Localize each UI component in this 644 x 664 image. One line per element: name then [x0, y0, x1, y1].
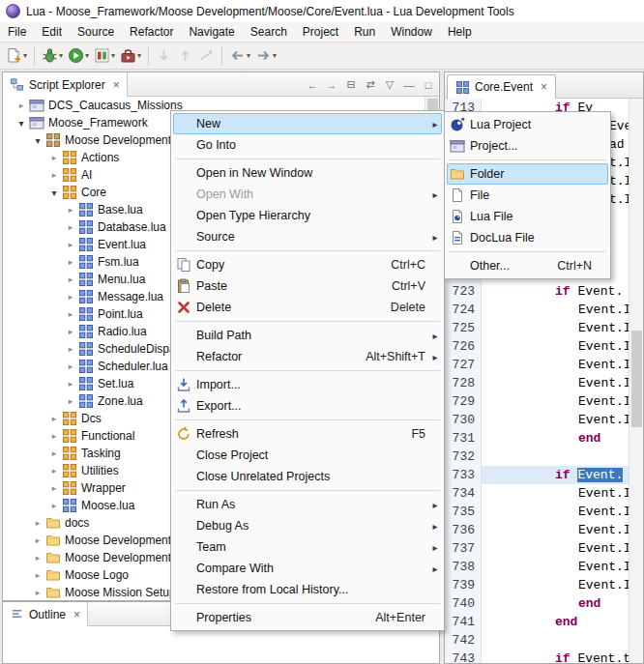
collapse-all-icon[interactable]: ⊟	[342, 76, 360, 94]
menubar-project[interactable]: Project	[295, 22, 346, 42]
tab-core-event[interactable]: Core.Event ×	[447, 74, 556, 99]
code-line-725[interactable]: 725Event.I	[445, 319, 629, 337]
menubar-edit[interactable]: Edit	[34, 22, 70, 42]
collapse-arrow-icon[interactable]: ▸	[64, 240, 77, 249]
view-menu-icon[interactable]: ▽	[381, 76, 398, 94]
code-line-740[interactable]: 740end	[445, 594, 629, 613]
dropdown-caret-icon[interactable]: ▾	[273, 51, 277, 60]
dropdown-caret-icon[interactable]: ▾	[137, 51, 141, 60]
menubar-search[interactable]: Search	[243, 22, 295, 42]
menu-item-export[interactable]: Export...	[173, 395, 442, 417]
menu-item-debug-as[interactable]: Debug As▸	[173, 515, 442, 536]
collapse-arrow-icon[interactable]: ▸	[47, 448, 61, 458]
expand-arrow-icon[interactable]: ▾	[47, 188, 61, 198]
collapse-arrow-icon[interactable]: ▸	[47, 483, 61, 493]
menu-item-open-in-new-window[interactable]: Open in New Window	[173, 162, 442, 184]
code-line-730[interactable]: 730Event.I	[445, 411, 629, 429]
collapse-arrow-icon[interactable]: ▸	[47, 431, 61, 441]
collapse-arrow-icon[interactable]: ▸	[15, 101, 28, 110]
collapse-arrow-icon[interactable]: ▸	[31, 518, 44, 528]
dropdown-caret-icon[interactable]: ▾	[247, 51, 250, 60]
menubar-navigate[interactable]: Navigate	[181, 22, 242, 42]
collapse-arrow-icon[interactable]: ▸	[64, 222, 77, 232]
menubar-refactor[interactable]: Refactor	[122, 22, 181, 42]
menubar-file[interactable]: File	[0, 22, 34, 42]
collapse-arrow-icon[interactable]: ▸	[47, 466, 61, 476]
menu-item-build-path[interactable]: Build Path▸	[173, 325, 442, 346]
menu-item-properties[interactable]: PropertiesAlt+Enter	[173, 607, 442, 628]
scrollbar-thumb[interactable]	[631, 331, 642, 427]
menu-item-open-type-hierarchy[interactable]: Open Type Hierarchy	[173, 205, 442, 226]
collapse-arrow-icon[interactable]: ▸	[31, 588, 44, 597]
run-button[interactable]: ▾	[66, 44, 91, 68]
code-line-724[interactable]: 724Event.I	[445, 301, 629, 319]
debug-button[interactable]: ▾	[40, 44, 65, 68]
menu-item-delete[interactable]: DeleteDelete	[173, 297, 442, 318]
menu-item-open-with[interactable]: Open With▸	[173, 184, 442, 205]
menu-item-file[interactable]: File	[447, 185, 608, 206]
close-icon[interactable]: ×	[73, 608, 80, 621]
external-tools-button[interactable]: ▾	[118, 44, 143, 68]
collapse-arrow-icon[interactable]: ▸	[31, 553, 44, 563]
link-with-editor-icon[interactable]: ⇄	[362, 76, 379, 94]
menu-item-import[interactable]: Import...	[173, 374, 442, 395]
collapse-arrow-icon[interactable]: ▸	[47, 414, 61, 423]
tab-outline[interactable]: Outline ×	[3, 602, 88, 626]
collapse-arrow-icon[interactable]: ▸	[47, 170, 61, 180]
dropdown-caret-icon[interactable]: ▾	[111, 51, 115, 60]
menu-item-lua-file[interactable]: Lua File	[447, 206, 608, 227]
code-line-723[interactable]: 723if Event.	[445, 282, 629, 301]
collapse-arrow-icon[interactable]: ▸	[64, 292, 77, 302]
code-line-736[interactable]: 736Event.I	[445, 521, 629, 539]
collapse-arrow-icon[interactable]: ▸	[64, 344, 77, 354]
collapse-arrow-icon[interactable]: ▸	[64, 327, 77, 336]
expand-arrow-icon[interactable]: ▾	[31, 135, 44, 146]
code-line-729[interactable]: 729Event.I	[445, 392, 629, 411]
collapse-arrow-icon[interactable]: ▸	[31, 535, 44, 545]
collapse-arrow-icon[interactable]: ▸	[64, 396, 77, 406]
menubar-source[interactable]: Source	[70, 22, 122, 42]
forward-icon[interactable]: →	[323, 76, 340, 94]
menubar-run[interactable]: Run	[346, 22, 383, 42]
code-line-739[interactable]: 739Event.I	[445, 576, 629, 594]
menu-item-doclua-file[interactable]: DocLua File	[447, 227, 608, 248]
annotation-prev-button[interactable]	[175, 44, 195, 68]
code-line-731[interactable]: 731end	[445, 429, 629, 447]
menu-item-project[interactable]: Project...	[447, 135, 608, 157]
minimize-icon[interactable]: —	[400, 76, 418, 94]
collapse-arrow-icon[interactable]: ▸	[47, 153, 61, 162]
collapse-arrow-icon[interactable]: ▸	[64, 274, 77, 284]
collapse-arrow-icon[interactable]: ▸	[47, 501, 61, 510]
close-icon[interactable]: ×	[541, 80, 547, 94]
code-line-735[interactable]: 735Event.I	[445, 503, 629, 521]
dropdown-caret-icon[interactable]: ▾	[59, 51, 63, 60]
menu-item-go-into[interactable]: Go Into	[173, 134, 442, 156]
dropdown-caret-icon[interactable]: ▾	[23, 51, 27, 60]
menu-item-compare-with[interactable]: Compare With▸	[173, 558, 442, 579]
dropdown-caret-icon[interactable]: ▾	[85, 51, 89, 60]
collapse-arrow-icon[interactable]: ▸	[64, 379, 77, 389]
menu-item-refactor[interactable]: RefactorAlt+Shift+T▸	[173, 346, 442, 367]
tab-script-explorer[interactable]: Script Explorer ×	[3, 72, 128, 97]
code-line-726[interactable]: 726Event.I	[445, 337, 629, 356]
new-button[interactable]: ▾	[4, 44, 29, 68]
back-button[interactable]: ▾	[227, 44, 252, 68]
menu-item-source[interactable]: Source▸	[173, 226, 442, 247]
code-line-737[interactable]: 737Event.I	[445, 539, 629, 558]
code-line-733[interactable]: 733if Event.	[445, 466, 629, 484]
menu-item-run-as[interactable]: Run As▸	[173, 494, 442, 515]
menu-item-close-project[interactable]: Close Project	[173, 445, 442, 466]
forward-button[interactable]: ▾	[253, 44, 278, 68]
last-edit-location-button[interactable]	[196, 44, 217, 68]
maximize-icon[interactable]: □	[420, 76, 437, 94]
code-line-732[interactable]: 732	[445, 447, 629, 466]
collapse-arrow-icon[interactable]: ▸	[64, 257, 77, 267]
back-icon[interactable]: ←	[304, 76, 321, 94]
code-line-738[interactable]: 738Event.I	[445, 558, 629, 576]
code-line-743[interactable]: 743if Event.ta	[445, 650, 629, 663]
close-icon[interactable]: ×	[113, 78, 120, 92]
collapse-arrow-icon[interactable]: ▸	[31, 570, 44, 580]
collapse-arrow-icon[interactable]: ▸	[64, 205, 77, 215]
menubar-help[interactable]: Help	[440, 22, 480, 42]
editor-scrollbar[interactable]	[629, 99, 643, 663]
